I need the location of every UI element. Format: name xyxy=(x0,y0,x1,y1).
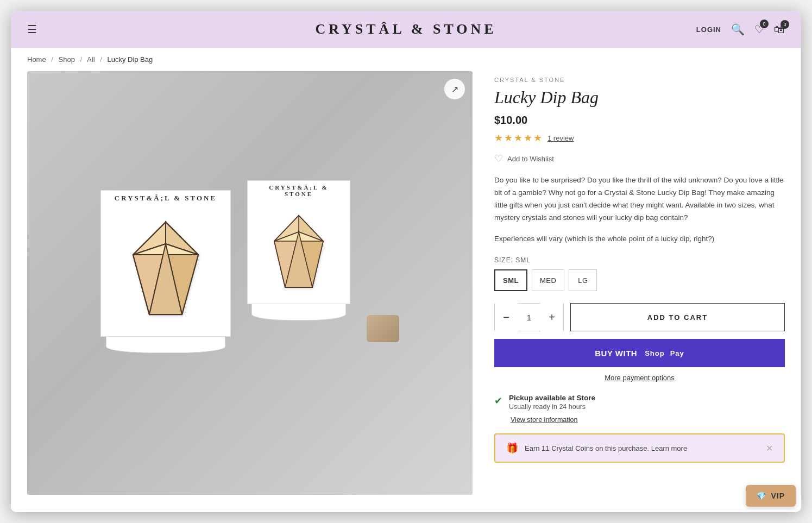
main-content: ↗ CRYST&Â;L & STONE xyxy=(11,71,801,511)
header-right: LOGIN 🔍 ♡ 0 🛍 3 xyxy=(696,23,785,36)
bag-label-large: CRYST&Â;L & STONE xyxy=(100,190,231,206)
heart-icon: ♡ xyxy=(494,153,503,165)
wishlist-icon[interactable]: ♡ 0 xyxy=(754,23,764,36)
quantity-stepper: − 1 + xyxy=(494,303,564,331)
breadcrumb: Home / Shop / All / Lucky Dip Bag xyxy=(11,48,801,71)
search-icon[interactable]: 🔍 xyxy=(731,23,745,36)
menu-icon[interactable]: ☰ xyxy=(27,23,37,36)
bag-bottom-small xyxy=(251,304,346,320)
breadcrumb-all[interactable]: All xyxy=(87,55,95,64)
vip-gem-icon: 💎 xyxy=(757,492,766,500)
product-bags-illustration: CRYST&Â;L & STONE xyxy=(100,180,399,386)
experiences-text: Experiences will vary (which is the whol… xyxy=(494,233,785,245)
vip-button[interactable]: 💎 VIP xyxy=(746,485,796,507)
more-payment-options[interactable]: More payment options xyxy=(494,374,785,382)
shop-pay-text: Shop xyxy=(641,348,668,358)
size-btn-sml[interactable]: SML xyxy=(494,269,527,291)
buy-now-label: BUY WITH xyxy=(595,349,637,358)
size-btn-med[interactable]: MED xyxy=(532,269,564,291)
pickup-available-text: Pickup available at Store xyxy=(509,394,595,402)
bag-bottom-large xyxy=(106,337,225,353)
buy-now-button[interactable]: BUY WITH Shop Pay xyxy=(494,339,785,367)
wishlist-badge: 0 xyxy=(760,20,769,28)
product-price: $10.00 xyxy=(494,114,785,127)
quantity-cart-row: − 1 + ADD TO CART xyxy=(494,303,785,331)
coins-banner: 🎁 Earn 11 Crystal Coins on this purchase… xyxy=(494,433,785,463)
gem-svg-small xyxy=(269,211,329,293)
rating-row: ★★★★★ 1 review xyxy=(494,132,785,144)
wishlist-row: ♡ Add to Wishlist xyxy=(494,153,785,165)
breadcrumb-current: Lucky Dip Bag xyxy=(107,55,153,64)
coins-banner-left: 🎁 Earn 11 Crystal Coins on this purchase… xyxy=(506,442,687,454)
store-info-link[interactable]: View store information xyxy=(511,416,785,424)
cart-badge: 3 xyxy=(780,20,789,29)
selected-size-value: SML xyxy=(515,256,531,264)
cart-icon[interactable]: 🛍 3 xyxy=(774,23,785,36)
product-title: Lucky Dip Bag xyxy=(494,87,785,108)
product-description: Do you like to be surprised? Do you like… xyxy=(494,174,785,224)
review-count[interactable]: 1 review xyxy=(547,134,574,142)
coins-text: Earn 11 Crystal Coins on this purchase. … xyxy=(525,444,687,452)
gift-icon: 🎁 xyxy=(506,442,518,454)
login-link[interactable]: LOGIN xyxy=(696,26,721,34)
size-btn-lg[interactable]: LG xyxy=(569,269,597,291)
breadcrumb-shop[interactable]: Shop xyxy=(59,55,75,64)
product-image-wrapper: ↗ CRYST&Â;L & STONE xyxy=(27,71,473,495)
breadcrumb-home[interactable]: Home xyxy=(27,55,46,64)
gem-svg-large xyxy=(122,217,209,325)
bag-label-small: CRYST&Â;L & STONE xyxy=(247,180,350,200)
quantity-value: 1 xyxy=(518,313,540,322)
site-logo[interactable]: CRYSTÂL & STONE xyxy=(315,21,496,37)
checkmark-icon: ✔ xyxy=(494,395,502,407)
logo-text: CRYSTÂL & STONE xyxy=(315,21,496,37)
vip-label: VIP xyxy=(771,492,785,500)
pickup-ready-text: Usually ready in 24 hours xyxy=(509,403,595,411)
star-rating: ★★★★★ xyxy=(494,132,543,144)
wishlist-label[interactable]: Add to Wishlist xyxy=(507,155,554,163)
size-options: SML MED LG xyxy=(494,269,785,291)
small-bag: CRYST&Â;L & STONE xyxy=(247,180,350,320)
stone-prop xyxy=(367,315,399,342)
quantity-increase-button[interactable]: + xyxy=(540,303,563,331)
header: ☰ CRYSTÂL & STONE LOGIN 🔍 ♡ 0 🛍 3 xyxy=(11,11,801,48)
size-label: SIZE: SML xyxy=(494,256,785,264)
bag-body-large xyxy=(100,206,231,337)
large-bag: CRYST&Â;L & STONE xyxy=(100,190,231,353)
pickup-section: ✔ Pickup available at Store Usually read… xyxy=(494,394,785,411)
pickup-info: Pickup available at Store Usually ready … xyxy=(509,394,595,411)
bag-body-small xyxy=(247,200,350,304)
shop-pay-logo: Shop Pay xyxy=(641,348,684,358)
zoom-button[interactable]: ↗ xyxy=(444,79,465,99)
product-image-section: ↗ CRYST&Â;L & STONE xyxy=(27,71,473,495)
coins-close-button[interactable]: ✕ xyxy=(766,443,773,453)
quantity-decrease-button[interactable]: − xyxy=(495,303,518,331)
add-to-cart-button[interactable]: ADD TO CART xyxy=(570,303,785,331)
product-details: CRYSTAL & STONE Lucky Dip Bag $10.00 ★★★… xyxy=(494,71,785,495)
product-image-bg: ↗ CRYST&Â;L & STONE xyxy=(27,71,473,495)
product-brand: CRYSTAL & STONE xyxy=(494,77,785,83)
